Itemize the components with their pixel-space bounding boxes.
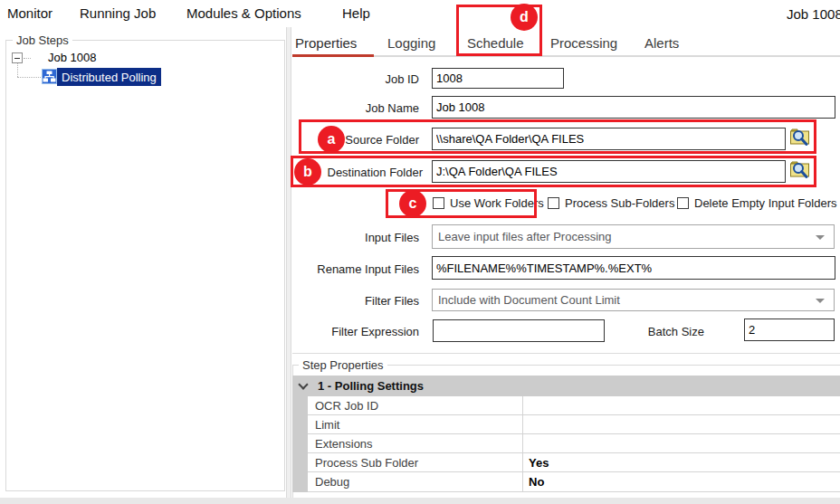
source-folder-label: Source Folder [288, 133, 419, 147]
job-steps-title: Job Steps [13, 33, 72, 47]
annotation-callout-a: a [318, 126, 345, 153]
use-work-folders-label: Use Work Folders [450, 196, 544, 210]
checkbox-icon[interactable] [548, 197, 559, 209]
tree-node-distributed-polling[interactable]: Distributed Polling [57, 68, 161, 86]
property-name: Process Sub Folder [308, 456, 522, 470]
property-row-ocr-job-id[interactable]: OCR Job ID [308, 396, 840, 415]
batch-size-label: Batch Size [573, 325, 704, 338]
input-files-value: Leave input files after Processing [438, 230, 612, 243]
rename-input-files-label: Rename Input Files [288, 262, 419, 276]
polling-settings-group-row[interactable]: 1 - Polling Settings [292, 376, 840, 396]
property-name: OCR Job ID [308, 399, 522, 413]
annotation-callout-c: c [399, 190, 426, 217]
status-strip [0, 498, 840, 504]
tree-connector [17, 63, 18, 77]
process-sub-folders-checkbox[interactable]: Process Sub-Folders [548, 196, 674, 210]
tab-logging[interactable]: Logging [387, 35, 435, 51]
job-id-label: Job ID [288, 72, 419, 86]
tree-expander-icon[interactable] [12, 52, 23, 63]
property-row-limit[interactable]: Limit [308, 415, 840, 434]
job-steps-panel [5, 40, 285, 491]
grid-gutter [292, 396, 308, 492]
process-sub-folders-label: Process Sub-Folders [565, 196, 674, 210]
property-value[interactable] [522, 396, 840, 414]
filter-files-dropdown[interactable]: Include with Document Count Limit [432, 289, 835, 311]
tree-connector [24, 58, 31, 59]
annotation-callout-d: d [511, 4, 538, 31]
tab-processing[interactable]: Processing [550, 35, 617, 51]
input-files-dropdown[interactable]: Leave input files after Processing [432, 224, 835, 249]
tab-schedule[interactable]: Schedule [467, 35, 524, 51]
job-id-input[interactable] [432, 68, 564, 89]
property-value[interactable] [522, 415, 840, 433]
tree-connector [17, 77, 41, 78]
property-row-process-sub-folder[interactable]: Process Sub Folder Yes [308, 453, 840, 472]
menu-modules-options[interactable]: Modules & Options [186, 5, 301, 21]
use-work-folders-checkbox[interactable]: Use Work Folders [433, 196, 544, 210]
property-row-debug[interactable]: Debug No [308, 472, 840, 492]
browse-destination-folder-icon[interactable] [789, 158, 811, 181]
tab-separator [374, 55, 840, 57]
job-name-label: Job Name [288, 101, 419, 115]
checkbox-icon[interactable] [433, 197, 444, 209]
chevron-down-icon [816, 235, 825, 240]
step-properties-title: Step Properties [299, 358, 387, 372]
batch-size-input[interactable] [744, 319, 835, 341]
property-value[interactable] [522, 434, 840, 452]
menu-help[interactable]: Help [342, 5, 370, 21]
tab-properties[interactable]: Properties [295, 35, 357, 51]
property-row-extensions[interactable]: Extensions [308, 434, 840, 453]
menu-monitor[interactable]: Monitor [7, 5, 52, 21]
checkbox-icon[interactable] [677, 197, 689, 209]
destination-folder-input[interactable] [432, 160, 786, 183]
distributed-polling-icon [42, 69, 57, 84]
section-separator [292, 353, 840, 354]
source-folder-input[interactable] [432, 128, 786, 150]
active-tab-indicator [292, 54, 374, 57]
menu-bar: Monitor Running Job Modules & Options He… [0, 0, 840, 27]
input-files-label: Input Files [288, 231, 419, 244]
tree-node-job[interactable]: Job 1008 [48, 51, 97, 64]
property-name: Extensions [308, 437, 522, 451]
property-name: Limit [308, 418, 522, 432]
delete-empty-input-folders-checkbox[interactable]: Delete Empty Input Folders [677, 196, 837, 210]
property-value[interactable]: Yes [522, 453, 840, 471]
filter-files-value: Include with Document Count Limit [438, 293, 620, 307]
chevron-down-icon [816, 299, 825, 303]
polling-settings-group-label: 1 - Polling Settings [318, 379, 424, 393]
collapse-chevron-icon[interactable] [298, 379, 308, 389]
browse-source-folder-icon[interactable] [789, 126, 811, 148]
property-value[interactable]: No [522, 472, 840, 491]
filter-files-label: Filter Files [288, 294, 419, 308]
filter-expression-label: Filter Expression [288, 325, 419, 338]
step-properties-grid: 1 - Polling Settings OCR Job ID Limit Ex… [292, 376, 840, 492]
menu-running-job[interactable]: Running Job [80, 5, 156, 21]
property-name: Debug [308, 475, 522, 489]
annotation-callout-b: b [294, 158, 321, 185]
current-job-label: Job 1008 [787, 6, 840, 24]
rename-input-files-input[interactable] [432, 256, 835, 280]
delete-empty-input-folders-label: Delete Empty Input Folders [694, 196, 837, 210]
tab-alerts[interactable]: Alerts [644, 35, 679, 51]
job-name-input[interactable] [432, 96, 835, 119]
